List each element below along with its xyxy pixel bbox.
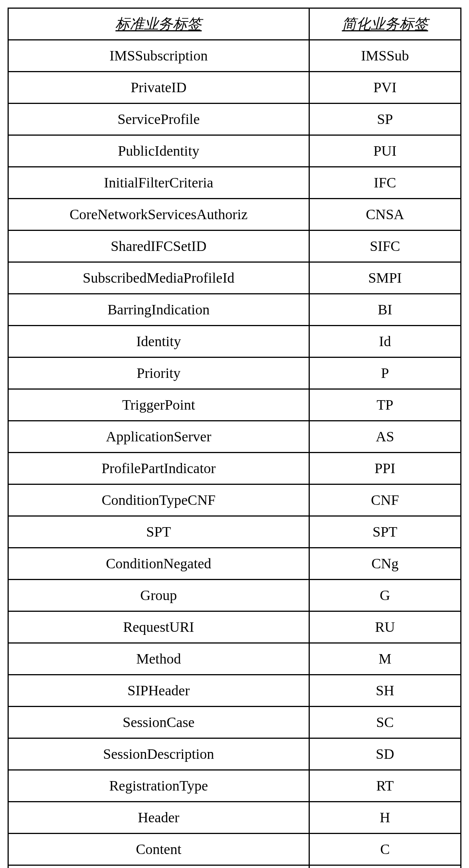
table-row: IdentityId bbox=[8, 326, 461, 357]
cell-standard: SPT bbox=[8, 516, 309, 548]
cell-standard: PrivateID bbox=[8, 72, 309, 104]
cell-standard: InitialFilterCriteria bbox=[8, 167, 309, 199]
table-row: LineL bbox=[8, 865, 461, 868]
table-row: SIPHeaderSH bbox=[8, 675, 461, 707]
cell-simplified: H bbox=[309, 802, 461, 834]
table-body: IMSSubscriptionIMSSub PrivateIDPVI Servi… bbox=[8, 40, 461, 868]
header-standard-label: 标准业务标签 bbox=[8, 8, 309, 40]
cell-standard: PublicIdentity bbox=[8, 135, 309, 167]
cell-simplified: RT bbox=[309, 770, 461, 802]
cell-simplified: IMSSub bbox=[309, 40, 461, 72]
cell-simplified: AS bbox=[309, 421, 461, 453]
table-row: PriorityP bbox=[8, 357, 461, 389]
table-row: RequestURIRU bbox=[8, 611, 461, 643]
cell-standard: ProfilePartIndicator bbox=[8, 453, 309, 484]
table-row: InitialFilterCriteriaIFC bbox=[8, 167, 461, 199]
table-row: ApplicationServerAS bbox=[8, 421, 461, 453]
table-row: PublicIdentityPUI bbox=[8, 135, 461, 167]
table-row: ProfilePartIndicatorPPI bbox=[8, 453, 461, 484]
table-row: SharedIFCSetIDSIFC bbox=[8, 231, 461, 262]
table-container: 标准业务标签 简化业务标签 IMSSubscriptionIMSSub Priv… bbox=[8, 8, 461, 868]
cell-standard: Group bbox=[8, 580, 309, 611]
cell-standard: BarringIndication bbox=[8, 294, 309, 326]
table-row: CoreNetworkServicesAuthorizCNSA bbox=[8, 199, 461, 231]
cell-simplified: P bbox=[309, 357, 461, 389]
cell-simplified: RU bbox=[309, 611, 461, 643]
cell-standard: SubscribedMediaProfileId bbox=[8, 262, 309, 294]
cell-simplified: C bbox=[309, 834, 461, 865]
label-mapping-table: 标准业务标签 简化业务标签 IMSSubscriptionIMSSub Priv… bbox=[8, 8, 461, 868]
cell-standard: Content bbox=[8, 834, 309, 865]
table-row: SubscribedMediaProfileIdSMPI bbox=[8, 262, 461, 294]
cell-simplified: M bbox=[309, 643, 461, 675]
cell-simplified: TP bbox=[309, 389, 461, 421]
cell-standard: Identity bbox=[8, 326, 309, 357]
table-row: IMSSubscriptionIMSSub bbox=[8, 40, 461, 72]
cell-standard: SharedIFCSetID bbox=[8, 231, 309, 262]
cell-simplified: CNF bbox=[309, 484, 461, 516]
cell-simplified: L bbox=[309, 865, 461, 868]
table-row: SessionDescriptionSD bbox=[8, 738, 461, 770]
cell-simplified: SPT bbox=[309, 516, 461, 548]
table-row: ConditionTypeCNFCNF bbox=[8, 484, 461, 516]
cell-simplified: Id bbox=[309, 326, 461, 357]
cell-standard: IMSSubscription bbox=[8, 40, 309, 72]
cell-standard: ServiceProfile bbox=[8, 104, 309, 135]
table-row: SessionCaseSC bbox=[8, 707, 461, 738]
cell-simplified: IFC bbox=[309, 167, 461, 199]
table-row: HeaderH bbox=[8, 802, 461, 834]
table-row: GroupG bbox=[8, 580, 461, 611]
cell-standard: Header bbox=[8, 802, 309, 834]
cell-simplified: SMPI bbox=[309, 262, 461, 294]
cell-simplified: SP bbox=[309, 104, 461, 135]
cell-standard: RequestURI bbox=[8, 611, 309, 643]
cell-simplified: PPI bbox=[309, 453, 461, 484]
cell-standard: RegistrationType bbox=[8, 770, 309, 802]
cell-simplified: PVI bbox=[309, 72, 461, 104]
table-row: TriggerPointTP bbox=[8, 389, 461, 421]
cell-simplified: PUI bbox=[309, 135, 461, 167]
cell-standard: SessionDescription bbox=[8, 738, 309, 770]
cell-simplified: SC bbox=[309, 707, 461, 738]
cell-simplified: G bbox=[309, 580, 461, 611]
cell-standard: Line bbox=[8, 865, 309, 868]
table-row: ContentC bbox=[8, 834, 461, 865]
table-row: ServiceProfileSP bbox=[8, 104, 461, 135]
cell-simplified: SH bbox=[309, 675, 461, 707]
cell-standard: SIPHeader bbox=[8, 675, 309, 707]
table-row: BarringIndicationBI bbox=[8, 294, 461, 326]
cell-simplified: BI bbox=[309, 294, 461, 326]
table-row: MethodM bbox=[8, 643, 461, 675]
cell-standard: ConditionTypeCNF bbox=[8, 484, 309, 516]
cell-simplified: SD bbox=[309, 738, 461, 770]
cell-simplified: CNSA bbox=[309, 199, 461, 231]
table-header-row: 标准业务标签 简化业务标签 bbox=[8, 8, 461, 40]
table-row: ConditionNegatedCNg bbox=[8, 548, 461, 580]
cell-simplified: CNg bbox=[309, 548, 461, 580]
header-simplified-label: 简化业务标签 bbox=[309, 8, 461, 40]
cell-standard: ApplicationServer bbox=[8, 421, 309, 453]
table-row: SPTSPT bbox=[8, 516, 461, 548]
cell-standard: CoreNetworkServicesAuthoriz bbox=[8, 199, 309, 231]
cell-standard: TriggerPoint bbox=[8, 389, 309, 421]
cell-standard: ConditionNegated bbox=[8, 548, 309, 580]
cell-standard: Priority bbox=[8, 357, 309, 389]
table-row: PrivateIDPVI bbox=[8, 72, 461, 104]
table-row: RegistrationTypeRT bbox=[8, 770, 461, 802]
cell-simplified: SIFC bbox=[309, 231, 461, 262]
cell-standard: Method bbox=[8, 643, 309, 675]
cell-standard: SessionCase bbox=[8, 707, 309, 738]
